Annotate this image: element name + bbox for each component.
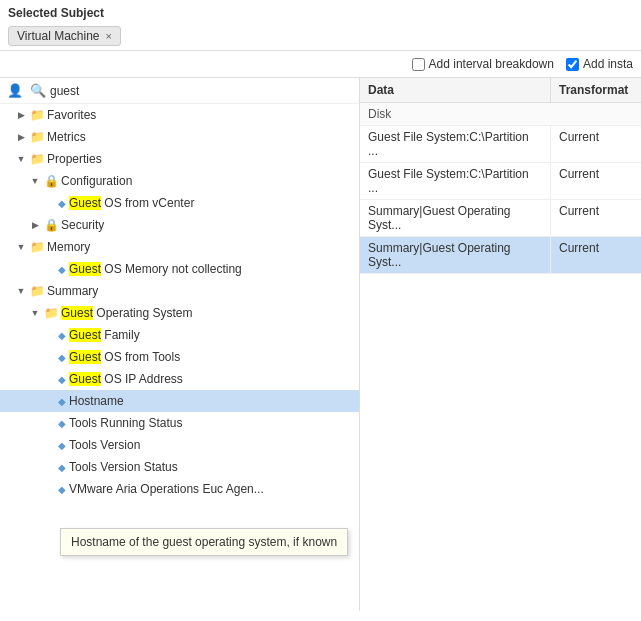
- node-label-configuration: Configuration: [61, 174, 132, 188]
- col-transform-header: Transformat: [551, 78, 641, 102]
- expand-arrow-configuration: ▼: [28, 176, 42, 186]
- diamond-icon-tools-version-status: ◆: [58, 462, 66, 473]
- tree-node-metrics[interactable]: ▶ 📁 Metrics: [0, 126, 359, 148]
- right-row-3[interactable]: Summary|Guest Operating Syst... Current: [360, 237, 641, 274]
- search-bar: 🔍: [30, 83, 355, 98]
- person-icon: 👤: [4, 80, 26, 101]
- folder-icon-favorites: 📁: [30, 108, 45, 122]
- folder-icon-memory: 📁: [30, 240, 45, 254]
- tree-node-tools-running[interactable]: ◆ Tools Running Status: [0, 412, 359, 434]
- tooltip-text: Hostname of the guest operating system, …: [71, 535, 337, 549]
- add-instance-checkbox[interactable]: [566, 58, 579, 71]
- diamond-icon-tools-version: ◆: [58, 440, 66, 451]
- virtual-machine-tag: Virtual Machine ×: [8, 26, 121, 46]
- right-row-0[interactable]: Guest File System:C:\Partition ... Curre…: [360, 126, 641, 163]
- diamond-icon-vmware-aria: ◆: [58, 484, 66, 495]
- folder-icon-metrics: 📁: [30, 130, 45, 144]
- tree-node-guest-os[interactable]: ▼ 📁 Guest Operating System: [0, 302, 359, 324]
- add-interval-checkbox[interactable]: [412, 58, 425, 71]
- add-interval-label: Add interval breakdown: [429, 57, 554, 71]
- col-data-header: Data: [360, 78, 551, 102]
- node-label-summary: Summary: [47, 284, 98, 298]
- tree-node-tools-version[interactable]: ◆ Tools Version: [0, 434, 359, 456]
- add-instance-label: Add insta: [583, 57, 633, 71]
- expand-arrow-guest-os: ▼: [28, 308, 42, 318]
- hostname-tooltip: Hostname of the guest operating system, …: [60, 528, 348, 556]
- expand-arrow-summary: ▼: [14, 286, 28, 296]
- right-row-2-transform: Current: [551, 200, 641, 236]
- highlight-guest-family: Guest: [69, 328, 101, 342]
- folder-icon-security: 🔒: [44, 218, 59, 232]
- tree-node-memory[interactable]: ▼ 📁 Memory: [0, 236, 359, 258]
- selected-subject-label: Selected Subject: [8, 6, 633, 20]
- right-row-2[interactable]: Summary|Guest Operating Syst... Current: [360, 200, 641, 237]
- right-row-3-transform: Current: [551, 237, 641, 273]
- highlight-guest-os-memory: Guest: [69, 262, 101, 276]
- diamond-icon-guest-os-tools: ◆: [58, 352, 66, 363]
- node-label-favorites: Favorites: [47, 108, 96, 122]
- node-label-properties: Properties: [47, 152, 102, 166]
- highlight-guest-os: Guest: [61, 306, 93, 320]
- add-instance-checkbox-label[interactable]: Add insta: [566, 57, 633, 71]
- highlight-guest-os-tools: Guest: [69, 350, 101, 364]
- right-row-1[interactable]: Guest File System:C:\Partition ... Curre…: [360, 163, 641, 200]
- diamond-icon-tools-running: ◆: [58, 418, 66, 429]
- tree-node-vmware-aria[interactable]: ◆ VMware Aria Operations Euc Agen...: [0, 478, 359, 500]
- right-row-0-transform: Current: [551, 126, 641, 162]
- folder-icon-properties: 📁: [30, 152, 45, 166]
- node-label-tools-version-status: Tools Version Status: [69, 460, 178, 474]
- node-label-guest-os-vcenter: Guest OS from vCenter: [69, 196, 194, 210]
- add-interval-checkbox-label[interactable]: Add interval breakdown: [412, 57, 554, 71]
- tree-node-guest-os-ip[interactable]: ◆ Guest OS IP Address: [0, 368, 359, 390]
- folder-icon-guest-os: 📁: [44, 306, 59, 320]
- folder-icon-configuration: 🔒: [44, 174, 59, 188]
- node-label-security: Security: [61, 218, 104, 232]
- right-row-2-data: Summary|Guest Operating Syst...: [360, 200, 551, 236]
- node-label-guest-os-ip: Guest OS IP Address: [69, 372, 183, 386]
- tree-node-guest-os-tools[interactable]: ◆ Guest OS from Tools: [0, 346, 359, 368]
- tree-node-guest-os-vcenter[interactable]: ◆ Guest OS from vCenter: [0, 192, 359, 214]
- highlight-guest-os-vcenter: Guest: [69, 196, 101, 210]
- tree-node-properties[interactable]: ▼ 📁 Properties: [0, 148, 359, 170]
- expand-arrow-security: ▶: [28, 220, 42, 230]
- right-row-0-data: Guest File System:C:\Partition ...: [360, 126, 551, 162]
- node-label-tools-running: Tools Running Status: [69, 416, 182, 430]
- expand-arrow-metrics: ▶: [14, 132, 28, 142]
- tree-node-hostname[interactable]: ◆ Hostname: [0, 390, 359, 412]
- tree-node-guest-family[interactable]: ◆ Guest Family: [0, 324, 359, 346]
- expand-arrow-favorites: ▶: [14, 110, 28, 120]
- node-label-guest-family: Guest Family: [69, 328, 140, 342]
- diamond-icon-guest-os-memory: ◆: [58, 264, 66, 275]
- right-row-1-data: Guest File System:C:\Partition ...: [360, 163, 551, 199]
- node-label-vmware-aria: VMware Aria Operations Euc Agen...: [69, 482, 264, 496]
- diamond-icon-hostname: ◆: [58, 396, 66, 407]
- tree-node-security[interactable]: ▶ 🔒 Security: [0, 214, 359, 236]
- tree-node-configuration[interactable]: ▼ 🔒 Configuration: [0, 170, 359, 192]
- tree-panel: 👤 🔍 ▶ 📁 Favorites ▶ 📁 Metrics ▼ 📁 Proper…: [0, 78, 360, 611]
- search-icon: 🔍: [30, 83, 46, 98]
- node-label-guest-os-tools: Guest OS from Tools: [69, 350, 180, 364]
- diamond-icon-guest-os-ip: ◆: [58, 374, 66, 385]
- tree-node-favorites[interactable]: ▶ 📁 Favorites: [0, 104, 359, 126]
- right-row-1-transform: Current: [551, 163, 641, 199]
- node-label-metrics: Metrics: [47, 130, 86, 144]
- tree-icon-row: 👤 🔍: [0, 78, 359, 104]
- node-label-guest-os: Guest Operating System: [61, 306, 192, 320]
- main-area: 👤 🔍 ▶ 📁 Favorites ▶ 📁 Metrics ▼ 📁 Proper…: [0, 78, 641, 611]
- toolbar-row: Add interval breakdown Add insta: [0, 51, 641, 78]
- search-input[interactable]: [50, 84, 355, 98]
- tag-label: Virtual Machine: [17, 29, 100, 43]
- tag-close-button[interactable]: ×: [106, 30, 112, 42]
- tree-node-tools-version-status[interactable]: ◆ Tools Version Status: [0, 456, 359, 478]
- section-disk: Disk: [360, 103, 641, 126]
- diamond-icon-guest-os-vcenter: ◆: [58, 198, 66, 209]
- tree-node-guest-os-memory[interactable]: ◆ Guest OS Memory not collecting: [0, 258, 359, 280]
- folder-icon-summary: 📁: [30, 284, 45, 298]
- expand-arrow-memory: ▼: [14, 242, 28, 252]
- tree-node-summary[interactable]: ▼ 📁 Summary: [0, 280, 359, 302]
- expand-arrow-properties: ▼: [14, 154, 28, 164]
- node-label-hostname: Hostname: [69, 394, 124, 408]
- highlight-guest-os-ip: Guest: [69, 372, 101, 386]
- right-panel-header: Data Transformat: [360, 78, 641, 103]
- node-label-guest-os-memory: Guest OS Memory not collecting: [69, 262, 242, 276]
